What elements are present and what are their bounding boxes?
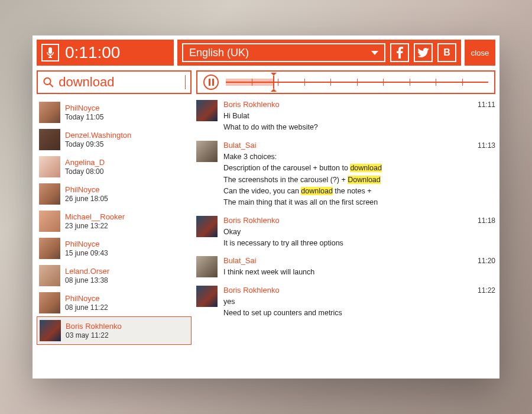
message: Boris Rokhlenko11:22yesNeed to set up co…	[196, 286, 495, 319]
message-header: Bulat_Sai11:20	[223, 256, 495, 265]
pause-icon	[209, 79, 214, 86]
avatar	[39, 211, 60, 232]
avatar	[196, 141, 218, 162]
contact-item[interactable]: Leland.Orser08 june 13:38	[37, 262, 192, 289]
close-button[interactable]: close	[465, 40, 495, 66]
message: Bulat_Sai11:20I think next week will lau…	[196, 256, 495, 278]
audio-player	[196, 70, 495, 94]
contact-name: PhilNoyce	[65, 104, 103, 113]
contact-time: 08 june 13:38	[65, 276, 109, 284]
facebook-button[interactable]	[390, 43, 409, 62]
close-label: close	[471, 48, 489, 57]
twitter-button[interactable]	[414, 43, 433, 62]
contact-list: PhilNoyceToday 11:05Denzel.WashingtonTod…	[37, 99, 192, 374]
contact-info: Michael__Rooker23 june 13:22	[65, 212, 125, 230]
message-header: Boris Rokhlenko11:11	[223, 100, 495, 109]
message-time: 11:11	[478, 101, 495, 109]
microphone-icon[interactable]	[41, 44, 59, 62]
contact-item[interactable]: Angelina_DToday 08:00	[37, 153, 192, 180]
language-select[interactable]: English (UK)	[182, 43, 385, 62]
contact-name: Angelina_D	[65, 158, 105, 167]
message-body: Boris Rokhlenko11:22yesNeed to set up co…	[223, 286, 495, 319]
contact-info: Angelina_DToday 08:00	[65, 158, 105, 176]
message: Boris Rokhlenko11:18OkayIt is necessary …	[196, 216, 495, 250]
contact-info: PhilNoyce26 june 18:05	[65, 185, 108, 203]
message-time: 11:20	[478, 257, 495, 265]
message-text: Hi BulatWhat to do with the website?	[223, 111, 495, 134]
contact-name: Boris Rokhlenko	[66, 322, 122, 331]
contact-info: PhilNoyce15 june 09:43	[65, 240, 108, 257]
contact-time: 23 june 13:22	[65, 222, 125, 230]
contact-time: Today 08:00	[65, 167, 105, 176]
message-author: Bulat_Sai	[223, 256, 257, 265]
contact-time: 08 june 11:22	[65, 303, 108, 312]
avatar	[39, 238, 60, 259]
contact-info: Boris Rokhlenko03 may 11:22	[66, 322, 122, 339]
contact-name: PhilNoyce	[65, 294, 108, 303]
message-author: Boris Rokhlenko	[223, 286, 280, 295]
search-box[interactable]	[37, 70, 192, 94]
contact-name: Leland.Orser	[65, 267, 109, 276]
contact-time: Today 09:35	[65, 140, 131, 148]
svg-point-1	[44, 78, 50, 85]
avatar	[40, 320, 61, 341]
contact-item[interactable]: PhilNoyce26 june 18:05	[37, 180, 192, 208]
contact-item[interactable]: Denzel.WashingtonToday 09:35	[37, 126, 192, 153]
message-time: 11:22	[478, 286, 495, 295]
progress-track[interactable]	[226, 77, 488, 87]
message-body: Boris Rokhlenko11:18OkayIt is necessary …	[223, 216, 495, 250]
message-text: OkayIt is necessary to try all three opt…	[223, 227, 495, 250]
message-author: Boris Rokhlenko	[223, 216, 280, 225]
body: PhilNoyceToday 11:05Denzel.WashingtonTod…	[37, 70, 495, 374]
avatar	[39, 265, 60, 286]
message: Bulat_Sai11:13Make 3 choices:Description…	[196, 141, 495, 209]
contact-time: Today 11:05	[65, 113, 103, 121]
pause-button[interactable]	[203, 75, 219, 90]
contact-name: Michael__Rooker	[65, 212, 125, 222]
message-header: Boris Rokhlenko11:18	[223, 216, 495, 225]
contact-item[interactable]: PhilNoyce08 june 11:22	[37, 289, 192, 316]
search-icon	[43, 76, 54, 89]
main-panel: Boris Rokhlenko11:11Hi BulatWhat to do w…	[196, 70, 495, 374]
avatar	[39, 156, 60, 177]
avatar	[196, 216, 218, 237]
timer-block: 0:11:00	[37, 40, 174, 66]
message-body: Bulat_Sai11:20I think next week will lau…	[223, 256, 495, 278]
vkontakte-button[interactable]: B	[437, 43, 456, 62]
contact-item[interactable]: PhilNoyceToday 11:05	[37, 99, 192, 126]
chevron-down-icon	[371, 51, 378, 55]
text-cursor	[185, 75, 186, 89]
avatar	[39, 183, 60, 205]
message-list: Boris Rokhlenko11:11Hi BulatWhat to do w…	[196, 100, 495, 374]
avatar	[39, 102, 60, 123]
contact-time: 26 june 18:05	[65, 195, 108, 203]
avatar	[196, 256, 218, 277]
message-body: Bulat_Sai11:13Make 3 choices:Description…	[223, 141, 495, 209]
message-author: Boris Rokhlenko	[223, 100, 280, 109]
message: Boris Rokhlenko11:11Hi BulatWhat to do w…	[196, 100, 495, 134]
message-header: Boris Rokhlenko11:22	[223, 286, 495, 295]
avatar	[39, 129, 60, 150]
language-social-block: English (UK) B	[177, 40, 461, 66]
contact-time: 15 june 09:43	[65, 249, 108, 257]
contact-time: 03 may 11:22	[66, 331, 122, 339]
message-header: Bulat_Sai11:13	[223, 141, 495, 150]
sidebar: PhilNoyceToday 11:05Denzel.WashingtonTod…	[37, 70, 192, 374]
message-author: Bulat_Sai	[223, 141, 257, 150]
svg-line-2	[50, 83, 53, 87]
contact-item[interactable]: Michael__Rooker23 june 13:22	[37, 208, 192, 235]
message-text: Make 3 choices:Description of the carous…	[223, 151, 495, 209]
svg-text:B: B	[443, 47, 450, 57]
contact-name: Denzel.Washington	[65, 131, 131, 140]
contact-item[interactable]: PhilNoyce15 june 09:43	[37, 235, 192, 262]
contact-item[interactable]: Boris Rokhlenko03 may 11:22	[37, 316, 192, 345]
contact-name: PhilNoyce	[65, 240, 108, 249]
avatar	[39, 292, 60, 313]
app-window: 0:11:00 English (UK) B close	[33, 35, 499, 379]
language-selected-label: English (UK)	[189, 47, 249, 59]
search-input[interactable]	[59, 75, 184, 90]
track-handle[interactable]	[273, 76, 274, 89]
timer-value: 0:11:00	[65, 43, 120, 62]
track-fill	[226, 79, 273, 86]
message-time: 11:18	[478, 216, 495, 225]
